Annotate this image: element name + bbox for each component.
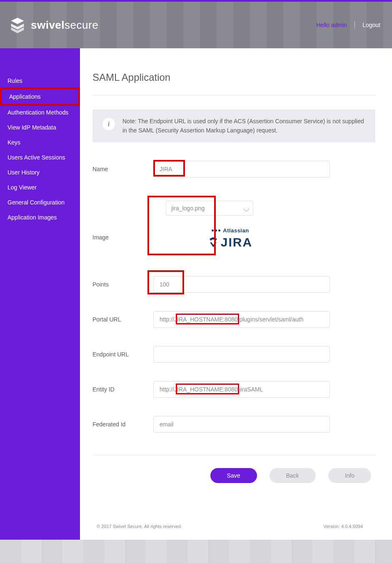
logout-link[interactable]: Logout — [362, 22, 380, 28]
divider — [92, 455, 375, 456]
entity-id-input[interactable] — [153, 381, 330, 398]
sidebar-item-idp-metadata[interactable]: View IdP Metadata — [0, 120, 80, 135]
sidebar-item-label: Log Viewer — [7, 184, 37, 191]
header-divider — [355, 21, 355, 29]
sidebar-item-applications[interactable]: Applications — [0, 87, 80, 106]
info-note: i Note: The Endpoint URL is used only if… — [92, 110, 375, 142]
info-note-text: Note: The Endpoint URL is used only if t… — [122, 117, 365, 135]
sidebar-item-rules[interactable]: Rules — [0, 73, 80, 88]
info-icon: i — [102, 118, 115, 130]
sidebar-item-app-images[interactable]: Application Images — [0, 210, 80, 225]
jira-mark-icon — [208, 237, 218, 248]
greeting-link[interactable]: Hello admin — [316, 22, 347, 28]
sidebar-item-label: Keys — [7, 139, 20, 146]
sidebar-item-auth-methods[interactable]: Authentication Methods — [0, 105, 80, 120]
label-image: Image — [92, 234, 153, 241]
label-points: Points — [92, 281, 153, 288]
brand-name: swivelsecure — [31, 19, 98, 32]
save-button[interactable]: Save — [210, 468, 257, 483]
sidebar-item-label: User History — [7, 169, 40, 176]
footer-backdrop — [0, 540, 392, 563]
label-entity-id: Entity ID — [92, 386, 153, 393]
label-endpoint-url: Endpoint URL — [92, 351, 153, 358]
preview-subtitle: Atlassian — [223, 227, 249, 234]
sidebar-item-label: Users Active Sessions — [7, 154, 65, 161]
label-name: Name — [92, 166, 153, 172]
sidebar-item-log-viewer[interactable]: Log Viewer — [0, 180, 80, 195]
label-portal-url: Portal URL — [92, 316, 153, 323]
image-select[interactable]: jira_logo.png — [166, 201, 253, 216]
portal-url-input[interactable] — [153, 311, 330, 328]
sidebar-item-label: Applications — [9, 93, 41, 100]
name-input[interactable] — [153, 161, 330, 177]
points-input[interactable] — [153, 276, 330, 293]
header: swivelsecure Hello admin Logout — [0, 0, 392, 48]
endpoint-url-input[interactable] — [153, 346, 330, 363]
brand-logo: swivelsecure — [8, 16, 98, 34]
sidebar-item-keys[interactable]: Keys — [0, 135, 80, 150]
sidebar-item-general-config[interactable]: General Configuration — [0, 195, 80, 210]
sidebar-item-active-sessions[interactable]: Users Active Sessions — [0, 150, 80, 165]
federated-id-input[interactable] — [153, 416, 330, 433]
footer-version: Version: 4.0.4.5094 — [323, 524, 363, 529]
sidebar-item-label: Application Images — [7, 214, 57, 221]
footer-copyright: © 2017 Swivel Secure. All rights reserve… — [97, 524, 182, 529]
info-button[interactable]: Info — [328, 468, 371, 483]
sidebar: Rules Applications Authentication Method… — [0, 48, 80, 540]
sidebar-item-label: View IdP Metadata — [7, 124, 56, 131]
sidebar-item-user-history[interactable]: User History — [0, 165, 80, 180]
back-button[interactable]: Back — [270, 468, 316, 483]
sidebar-item-label: General Configuration — [7, 199, 65, 206]
preview-title: JIRA — [221, 235, 252, 249]
image-preview: Atlassian JIRA — [189, 227, 272, 249]
sidebar-item-label: Rules — [7, 77, 22, 84]
chevron-down-icon — [243, 206, 249, 212]
sidebar-item-label: Authentication Methods — [7, 109, 68, 116]
image-select-value: jira_logo.png — [171, 205, 205, 212]
label-federated-id: Federated Id — [92, 421, 153, 428]
main-content: SAML Application i Note: The Endpoint UR… — [80, 48, 392, 540]
swivel-logo-icon — [8, 16, 27, 34]
page-title: SAML Application — [92, 72, 375, 95]
